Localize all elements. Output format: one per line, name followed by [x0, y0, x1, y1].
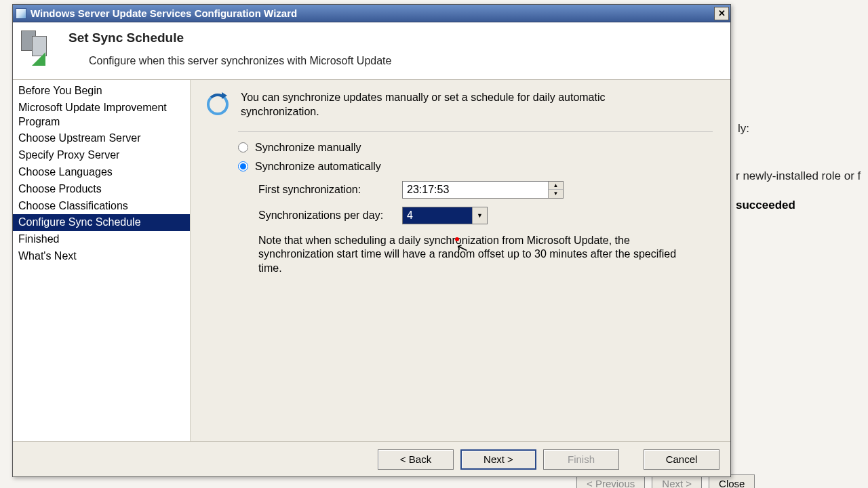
first-sync-input[interactable]: [403, 182, 548, 198]
sidebar-item-before-you-begin[interactable]: Before You Begin: [13, 83, 190, 100]
radio-manual[interactable]: Synchronize manually: [238, 142, 713, 154]
sidebar-item-products[interactable]: Choose Products: [13, 181, 190, 198]
sync-icon: [204, 91, 231, 118]
first-sync-row: First synchronization: ▲ ▼: [258, 181, 713, 199]
close-icon: ✕: [718, 8, 726, 18]
sidebar-item-languages[interactable]: Choose Languages: [13, 164, 190, 181]
first-sync-spinner[interactable]: ▲ ▼: [402, 181, 564, 199]
radio-automatic-label: Synchronize automatically: [255, 161, 381, 173]
app-icon: [16, 8, 26, 19]
syncs-per-day-combo[interactable]: 4 ▼: [402, 207, 488, 224]
bg-status: succeeded: [736, 199, 795, 212]
wizard-footer: < Back Next > Finish Cancel: [13, 441, 730, 476]
sync-mode-group: Synchronize manually Synchronize automat…: [238, 142, 713, 173]
combo-dropdown-button[interactable]: ▼: [472, 207, 487, 224]
titlebar[interactable]: Windows Server Update Services Configura…: [13, 5, 730, 22]
window-title: Windows Server Update Services Configura…: [31, 7, 714, 19]
schedule-note: Note that when scheduling a daily synchr…: [258, 234, 679, 276]
chevron-up-icon: ▲: [553, 182, 559, 188]
intro-text: You can synchronize updates manually or …: [241, 91, 661, 119]
wizard-content: You can synchronize updates manually or …: [191, 80, 730, 441]
chevron-down-icon: ▼: [477, 212, 483, 219]
cancel-button[interactable]: Cancel: [644, 449, 719, 470]
radio-automatic[interactable]: Synchronize automatically: [238, 161, 713, 173]
wizard-header: Set Sync Schedule Configure when this se…: [13, 22, 730, 80]
back-button[interactable]: < Back: [378, 449, 454, 470]
next-button[interactable]: Next >: [460, 449, 536, 470]
sidebar-item-whats-next[interactable]: What's Next: [13, 248, 190, 265]
first-sync-label: First synchronization:: [258, 184, 394, 196]
radio-manual-input[interactable]: [238, 142, 248, 152]
syncs-per-day-label: Synchronizations per day:: [258, 209, 394, 222]
sidebar-item-finished[interactable]: Finished: [13, 231, 190, 248]
finish-button[interactable]: Finish: [543, 449, 619, 470]
sidebar-item-classifications[interactable]: Choose Classifications: [13, 198, 190, 215]
spinner-up[interactable]: ▲: [549, 182, 563, 190]
sidebar-item-proxy-server[interactable]: Specify Proxy Server: [13, 147, 190, 164]
syncs-per-day-value: 4: [403, 207, 472, 224]
wizard-steps-sidebar: Before You Begin Microsoft Update Improv…: [13, 80, 191, 441]
chevron-down-icon: ▼: [553, 190, 559, 197]
wizard-dialog: Windows Server Update Services Configura…: [12, 4, 731, 477]
radio-automatic-input[interactable]: [238, 161, 248, 171]
syncs-per-day-row: Synchronizations per day: 4 ▼: [258, 207, 713, 224]
spinner-buttons: ▲ ▼: [548, 182, 563, 198]
spinner-down[interactable]: ▼: [549, 190, 563, 198]
wizard-header-icon: [20, 30, 55, 66]
cursor-marker: [455, 237, 459, 241]
wizard-body: Before You Begin Microsoft Update Improv…: [13, 80, 730, 441]
page-subtitle: Configure when this server synchronizes …: [89, 55, 391, 67]
sidebar-item-sync-schedule[interactable]: Configure Sync Schedule: [13, 214, 190, 231]
page-title: Set Sync Schedule: [68, 30, 391, 45]
bg-text: r newly-installed role or f: [736, 169, 861, 183]
bg-text: ly:: [738, 122, 749, 136]
divider: [238, 131, 713, 132]
close-button[interactable]: ✕: [714, 7, 729, 20]
sidebar-item-improvement-program[interactable]: Microsoft Update Improvement Program: [13, 100, 190, 131]
sidebar-item-upstream-server[interactable]: Choose Upstream Server: [13, 130, 190, 147]
radio-manual-label: Synchronize manually: [255, 142, 361, 154]
